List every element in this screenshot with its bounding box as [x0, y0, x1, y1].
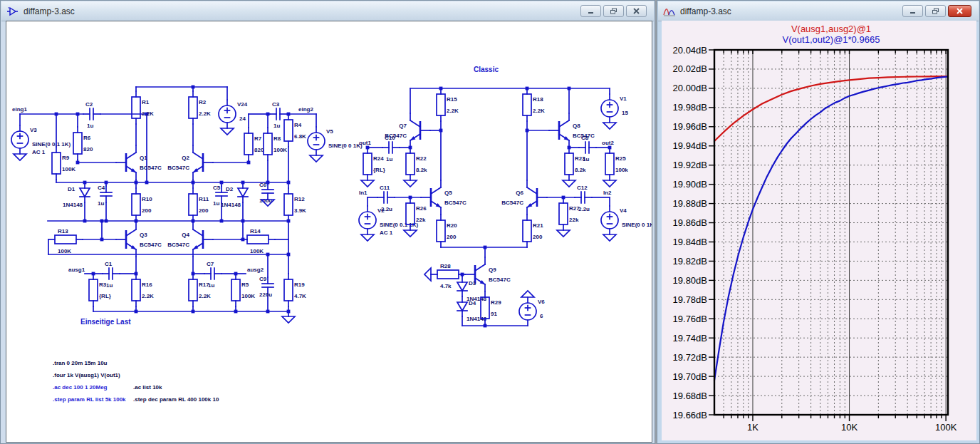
- ground-symbol[interactable]: [563, 180, 575, 187]
- svg-text:C8: C8: [581, 135, 589, 141]
- net-label-ausg2[interactable]: ausg2: [247, 267, 264, 273]
- comp-R10[interactable]: R10200: [132, 188, 152, 221]
- comp-C9[interactable]: C9220u: [259, 276, 273, 298]
- net-label-out2[interactable]: out2: [602, 140, 614, 146]
- comp-R16[interactable]: R162.2K: [132, 274, 154, 306]
- comp-R17[interactable]: R172.2K: [189, 274, 211, 306]
- spice-directive[interactable]: .step dec param RL 400 100k 10: [133, 396, 219, 403]
- ground-symbol[interactable]: [603, 123, 616, 129]
- comp-R5[interactable]: R5100K: [231, 274, 255, 306]
- restore-button[interactable]: [925, 5, 946, 17]
- ground-symbol[interactable]: [424, 268, 431, 281]
- comp-R20[interactable]: R20200: [437, 215, 457, 247]
- comp-R1[interactable]: R12.2K: [132, 91, 154, 124]
- ground-symbol[interactable]: [282, 316, 295, 323]
- comp-R3[interactable]: R3{RL}: [89, 274, 111, 306]
- comp-r[interactable]: Q8BC547C: [549, 113, 595, 148]
- comp-V1[interactable]: V115: [601, 94, 628, 123]
- ground-symbol[interactable]: [310, 155, 323, 162]
- ground-symbol[interactable]: [557, 230, 570, 237]
- spice-directive[interactable]: .step param RL list 5k 100k: [53, 396, 126, 403]
- comp-D1[interactable]: D11N4148: [63, 182, 90, 208]
- comp-R4[interactable]: R46.8K: [284, 114, 306, 147]
- comp-l[interactable]: Q6BC547C: [501, 180, 547, 215]
- comp-V4[interactable]: V4SINE(0 0 1K): [601, 206, 652, 234]
- comp-R27[interactable]: R2722k: [559, 197, 580, 230]
- comp-R24[interactable]: R24{RL}: [363, 148, 385, 180]
- minimize-button[interactable]: [902, 5, 923, 17]
- comp-R12[interactable]: R123.9K: [284, 188, 306, 221]
- waveform-plot[interactable]: 20.04dB20.02dB20.00dB19.98dB19.96dB19.94…: [662, 21, 976, 440]
- comp-C6[interactable]: C6100u: [259, 182, 273, 204]
- comp-C2[interactable]: C21u: [83, 101, 100, 129]
- comp-C4[interactable]: C41u: [98, 185, 112, 207]
- comp-R22[interactable]: R228.2k: [406, 148, 427, 180]
- curve-out[interactable]: [714, 77, 948, 381]
- comp-R25[interactable]: R25100k: [605, 148, 628, 180]
- comp-R11[interactable]: R11200: [189, 188, 209, 221]
- ground-symbol[interactable]: [603, 234, 616, 241]
- ground-symbol[interactable]: [603, 180, 616, 187]
- svg-text:8.2k: 8.2k: [575, 167, 586, 173]
- comp-R9[interactable]: R9100K: [52, 147, 75, 180]
- comp-V3[interactable]: V3SINE(0 0.1 1K)AC 1: [11, 125, 71, 155]
- close-button[interactable]: [626, 5, 647, 17]
- comp-R28[interactable]: R284.7k: [431, 263, 465, 289]
- comp-D2[interactable]: D21N4148: [221, 182, 248, 208]
- schematic-canvas[interactable]: eing1eing2ausg1ausg2V3SINE(0 0.1 1K)AC 1…: [6, 21, 652, 443]
- legend-trace-1[interactable]: V(ausg1,ausg2)@1: [791, 24, 871, 34]
- spice-directive[interactable]: .four 1k V(ausg1) V(out1): [53, 372, 120, 378]
- ground-symbol[interactable]: [404, 230, 417, 237]
- comp-R13[interactable]: R13100K: [48, 228, 83, 254]
- ground-symbol[interactable]: [361, 234, 374, 241]
- curve-ausg[interactable]: [714, 76, 948, 141]
- comp-V6[interactable]: V66: [519, 297, 545, 326]
- comp-V5[interactable]: V5SINE(0 0 1K): [308, 127, 363, 155]
- schematic-wires[interactable]: [20, 86, 611, 328]
- comp-l[interactable]: Q4BC547C: [167, 222, 213, 257]
- comp-r[interactable]: Q5BC547C: [421, 180, 466, 215]
- net-label-In2[interactable]: In2: [603, 190, 612, 196]
- minimize-button[interactable]: [580, 5, 601, 17]
- ground-symbol[interactable]: [521, 291, 534, 297]
- spice-directive[interactable]: .tran 0 20m 15m 10u: [53, 360, 108, 366]
- schematic-comment[interactable]: Classic: [474, 66, 499, 73]
- restore-button[interactable]: [603, 5, 624, 17]
- ground-symbol[interactable]: [404, 180, 417, 187]
- schematic-window-titlebar[interactable]: diffamp-3.asc: [1, 1, 654, 21]
- comp-R18[interactable]: R182.2K: [523, 88, 545, 121]
- waveform-window-titlebar[interactable]: diffamp-3.asc: [658, 1, 979, 21]
- svg-text:R3: R3: [99, 282, 107, 288]
- legend-trace-2[interactable]: V(out1,out2)@1*0.9665: [783, 34, 880, 45]
- net-label-In1[interactable]: In1: [359, 190, 368, 196]
- net-label-eing2[interactable]: eing2: [298, 106, 313, 113]
- comp-R19[interactable]: R194.7K: [284, 274, 306, 306]
- waveform-pane[interactable]: 20.04dB20.02dB20.00dB19.98dB19.96dB19.94…: [662, 21, 976, 440]
- comp-R2[interactable]: R22.2K: [189, 91, 211, 124]
- ground-symbol[interactable]: [361, 180, 374, 187]
- spice-directive[interactable]: .ac dec 100 1 20Meg: [53, 384, 108, 391]
- net-label-eing1[interactable]: eing1: [12, 106, 27, 113]
- net-label-out1[interactable]: out1: [359, 140, 371, 146]
- comp-R21[interactable]: R21200: [523, 215, 543, 247]
- net-label-ausg1[interactable]: ausg1: [68, 267, 85, 273]
- svg-text:6: 6: [540, 313, 543, 319]
- svg-text:2.2K: 2.2K: [447, 108, 459, 114]
- comp-r[interactable]: Q1BC547C: [116, 145, 162, 180]
- spice-directive[interactable]: .ac list 10k: [133, 384, 162, 391]
- comp-l[interactable]: Q7BC547C: [385, 113, 430, 148]
- comp-R15[interactable]: R152.2K: [437, 88, 459, 121]
- comp-V24[interactable]: V2424: [219, 100, 248, 128]
- comp-r[interactable]: Q3BC547C: [116, 222, 162, 257]
- comp-l[interactable]: Q2BC547C: [167, 145, 213, 180]
- schematic-drawing[interactable]: eing1eing2ausg1ausg2V3SINE(0 0.1 1K)AC 1…: [6, 21, 652, 442]
- schematic-comment[interactable]: Einseitige Last: [80, 318, 131, 326]
- svg-text:19.84dB: 19.84dB: [673, 237, 707, 247]
- comp-R14[interactable]: R14100K: [241, 228, 275, 254]
- comp-R7[interactable]: R7820: [244, 128, 264, 160]
- ground-symbol[interactable]: [14, 154, 26, 160]
- ground-symbol[interactable]: [221, 128, 234, 135]
- comp-R6[interactable]: R6820: [73, 127, 93, 160]
- comp-R23[interactable]: R238.2k: [565, 148, 586, 180]
- close-button[interactable]: [948, 5, 971, 17]
